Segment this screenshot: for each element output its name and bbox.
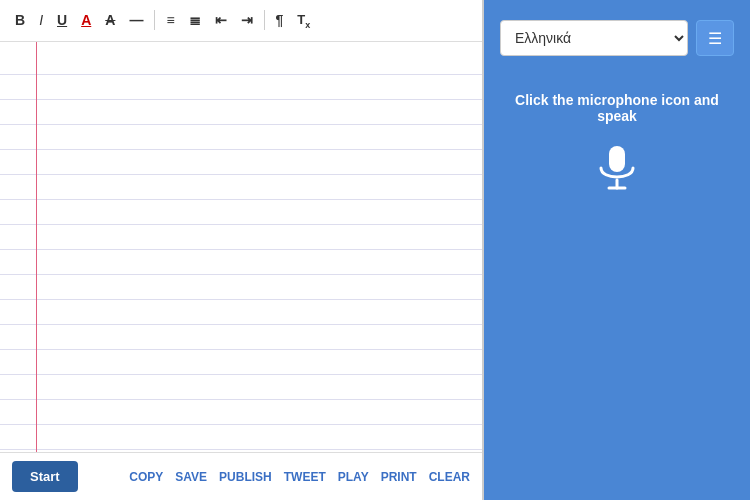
microphone-button[interactable]: [597, 144, 637, 203]
play-button[interactable]: PLAY: [338, 470, 369, 484]
svg-rect-0: [609, 146, 625, 172]
toolbar-separator-2: [264, 10, 265, 30]
paragraph-button[interactable]: ¶: [271, 9, 289, 31]
copy-button[interactable]: COPY: [129, 470, 163, 484]
indent-left-button[interactable]: ⇤: [210, 9, 232, 31]
hamburger-icon: ☰: [708, 29, 722, 48]
clear-button[interactable]: CLEAR: [429, 470, 470, 484]
italic-button[interactable]: I: [34, 9, 48, 31]
underline-button[interactable]: U: [52, 9, 72, 31]
editor-textarea[interactable]: [0, 42, 482, 452]
clear-format-button[interactable]: Tx: [292, 8, 315, 33]
font-color-button[interactable]: A: [76, 9, 96, 31]
bottom-bar: Start COPY SAVE PUBLISH TWEET PLAY PRINT…: [0, 452, 482, 500]
toolbar-separator-1: [154, 10, 155, 30]
ordered-list-button[interactable]: ≡: [161, 9, 179, 31]
indent-right-button[interactable]: ⇥: [236, 9, 258, 31]
action-links: COPY SAVE PUBLISH TWEET PLAY PRINT CLEAR: [129, 470, 470, 484]
right-panel: Ελληνικά English Deutsch Français Españo…: [484, 0, 750, 500]
strikethrough-button[interactable]: A: [100, 9, 120, 31]
left-panel: B I U A A — ≡ ≣ ⇤ ⇥ ¶ Tx: [0, 0, 484, 500]
editor-area: [0, 42, 482, 452]
bold-button[interactable]: B: [10, 9, 30, 31]
instructions-text: Click the microphone icon and speak: [500, 92, 734, 124]
language-bar: Ελληνικά English Deutsch Français Españo…: [500, 20, 734, 56]
language-select[interactable]: Ελληνικά English Deutsch Français Españo…: [500, 20, 688, 56]
horizontal-rule-button[interactable]: —: [124, 9, 148, 31]
tweet-button[interactable]: TWEET: [284, 470, 326, 484]
menu-button[interactable]: ☰: [696, 20, 734, 56]
unordered-list-button[interactable]: ≣: [184, 9, 206, 31]
publish-button[interactable]: PUBLISH: [219, 470, 272, 484]
toolbar: B I U A A — ≡ ≣ ⇤ ⇥ ¶ Tx: [0, 0, 482, 42]
print-button[interactable]: PRINT: [381, 470, 417, 484]
start-button[interactable]: Start: [12, 461, 78, 492]
save-button[interactable]: SAVE: [175, 470, 207, 484]
